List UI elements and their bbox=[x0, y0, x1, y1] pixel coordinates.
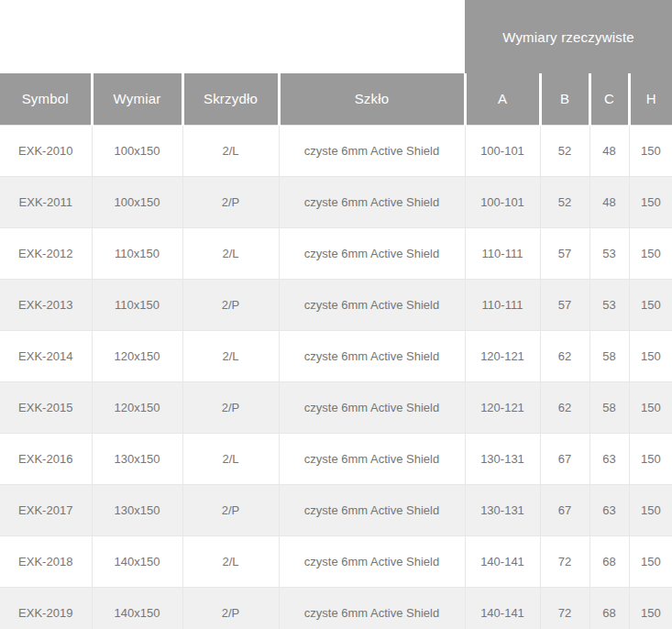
cell-h: 150 bbox=[629, 484, 672, 535]
cell-wymiar: 140x150 bbox=[92, 587, 182, 629]
table-row: EXK-2017130x1502/Pczyste 6mm Active Shie… bbox=[0, 484, 672, 535]
cell-szklo: czyste 6mm Active Shield bbox=[279, 381, 465, 433]
cell-wymiar: 120x150 bbox=[92, 381, 182, 433]
cell-wymiar: 140x150 bbox=[92, 535, 182, 587]
cell-symbol: EXK-2012 bbox=[0, 227, 92, 279]
cell-h: 150 bbox=[629, 125, 672, 176]
cell-wymiar: 130x150 bbox=[92, 433, 182, 484]
cell-a: 110-111 bbox=[465, 279, 540, 330]
cell-symbol: EXK-2011 bbox=[0, 176, 92, 227]
cell-b: 62 bbox=[540, 381, 589, 433]
cell-szklo: czyste 6mm Active Shield bbox=[279, 227, 465, 279]
cell-h: 150 bbox=[629, 587, 672, 629]
table-row: EXK-2010100x1502/Lczyste 6mm Active Shie… bbox=[0, 125, 672, 176]
cell-b: 72 bbox=[540, 587, 589, 629]
cell-b: 52 bbox=[540, 125, 589, 176]
cell-wymiar: 130x150 bbox=[92, 484, 182, 535]
cell-b: 57 bbox=[540, 227, 589, 279]
column-header-symbol: Symbol bbox=[0, 73, 92, 125]
cell-skrzydlo: 2/L bbox=[182, 227, 279, 279]
cell-c: 58 bbox=[589, 381, 629, 433]
table-row: EXK-2015120x1502/Pczyste 6mm Active Shie… bbox=[0, 381, 672, 433]
header-spacer bbox=[0, 0, 465, 73]
cell-b: 67 bbox=[540, 433, 589, 484]
column-header-wymiar: Wymiar bbox=[92, 73, 182, 125]
table-row: EXK-2012110x1502/Lczyste 6mm Active Shie… bbox=[0, 227, 672, 279]
table-row: EXK-2019140x1502/Pczyste 6mm Active Shie… bbox=[0, 587, 672, 629]
cell-c: 68 bbox=[589, 587, 629, 629]
cell-b: 67 bbox=[540, 484, 589, 535]
cell-symbol: EXK-2017 bbox=[0, 484, 92, 535]
cell-b: 57 bbox=[540, 279, 589, 330]
cell-skrzydlo: 2/L bbox=[182, 535, 279, 587]
cell-skrzydlo: 2/P bbox=[182, 381, 279, 433]
cell-skrzydlo: 2/L bbox=[182, 125, 279, 176]
cell-symbol: EXK-2018 bbox=[0, 535, 92, 587]
cell-symbol: EXK-2019 bbox=[0, 587, 92, 629]
cell-c: 48 bbox=[589, 125, 629, 176]
table-row: EXK-2016130x1502/Lczyste 6mm Active Shie… bbox=[0, 433, 672, 484]
cell-szklo: czyste 6mm Active Shield bbox=[279, 176, 465, 227]
cell-c: 63 bbox=[589, 484, 629, 535]
group-header: Wymiary rzeczywiste bbox=[465, 0, 672, 73]
cell-c: 63 bbox=[589, 433, 629, 484]
cell-c: 48 bbox=[589, 176, 629, 227]
cell-a: 130-131 bbox=[465, 484, 540, 535]
column-header-skrzydlo: Skrzydło bbox=[182, 73, 279, 125]
cell-a: 100-101 bbox=[465, 125, 540, 176]
column-header-c: C bbox=[589, 73, 629, 125]
table-row: EXK-2014120x1502/Lczyste 6mm Active Shie… bbox=[0, 330, 672, 381]
cell-wymiar: 100x150 bbox=[92, 176, 182, 227]
cell-szklo: czyste 6mm Active Shield bbox=[279, 535, 465, 587]
column-header-szklo: Szkło bbox=[279, 73, 465, 125]
cell-skrzydlo: 2/P bbox=[182, 484, 279, 535]
cell-wymiar: 110x150 bbox=[92, 279, 182, 330]
table-body: EXK-2010100x1502/Lczyste 6mm Active Shie… bbox=[0, 125, 672, 629]
cell-a: 100-101 bbox=[465, 176, 540, 227]
cell-symbol: EXK-2016 bbox=[0, 433, 92, 484]
table-row: EXK-2018140x1502/Lczyste 6mm Active Shie… bbox=[0, 535, 672, 587]
cell-symbol: EXK-2010 bbox=[0, 125, 92, 176]
cell-wymiar: 120x150 bbox=[92, 330, 182, 381]
cell-h: 150 bbox=[629, 227, 672, 279]
cell-symbol: EXK-2014 bbox=[0, 330, 92, 381]
cell-a: 110-111 bbox=[465, 227, 540, 279]
product-spec-page: Wymiary rzeczywiste SymbolWymiarSkrzydło… bbox=[0, 0, 672, 629]
cell-b: 62 bbox=[540, 330, 589, 381]
cell-a: 140-141 bbox=[465, 587, 540, 629]
cell-szklo: czyste 6mm Active Shield bbox=[279, 587, 465, 629]
column-header-a: A bbox=[465, 73, 540, 125]
cell-skrzydlo: 2/P bbox=[182, 587, 279, 629]
cell-symbol: EXK-2013 bbox=[0, 279, 92, 330]
cell-c: 58 bbox=[589, 330, 629, 381]
cell-a: 120-121 bbox=[465, 381, 540, 433]
cell-szklo: czyste 6mm Active Shield bbox=[279, 484, 465, 535]
table-row: EXK-2013110x1502/Pczyste 6mm Active Shie… bbox=[0, 279, 672, 330]
cell-skrzydlo: 2/P bbox=[182, 279, 279, 330]
column-header-h: H bbox=[629, 73, 672, 125]
table-row: EXK-2011100x1502/Pczyste 6mm Active Shie… bbox=[0, 176, 672, 227]
cell-h: 150 bbox=[629, 433, 672, 484]
cell-h: 150 bbox=[629, 535, 672, 587]
column-header-b: B bbox=[540, 73, 589, 125]
cell-skrzydlo: 2/L bbox=[182, 330, 279, 381]
cell-wymiar: 100x150 bbox=[92, 125, 182, 176]
cell-a: 120-121 bbox=[465, 330, 540, 381]
cell-skrzydlo: 2/L bbox=[182, 433, 279, 484]
cell-h: 150 bbox=[629, 176, 672, 227]
cell-skrzydlo: 2/P bbox=[182, 176, 279, 227]
cell-szklo: czyste 6mm Active Shield bbox=[279, 330, 465, 381]
cell-c: 53 bbox=[589, 227, 629, 279]
group-header-row: Wymiary rzeczywiste bbox=[0, 0, 672, 73]
cell-b: 52 bbox=[540, 176, 589, 227]
cell-b: 72 bbox=[540, 535, 589, 587]
cell-a: 140-141 bbox=[465, 535, 540, 587]
cell-h: 150 bbox=[629, 279, 672, 330]
cell-wymiar: 110x150 bbox=[92, 227, 182, 279]
cell-c: 53 bbox=[589, 279, 629, 330]
cell-h: 150 bbox=[629, 381, 672, 433]
column-header-row: SymbolWymiarSkrzydłoSzkłoABCH bbox=[0, 73, 672, 125]
cell-a: 130-131 bbox=[465, 433, 540, 484]
cell-szklo: czyste 6mm Active Shield bbox=[279, 125, 465, 176]
cell-symbol: EXK-2015 bbox=[0, 381, 92, 433]
